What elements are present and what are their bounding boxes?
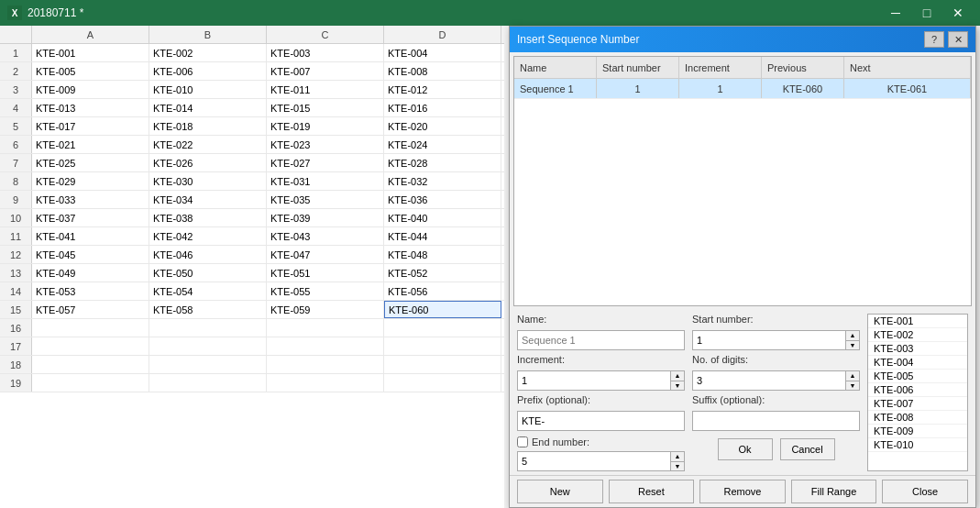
cell[interactable]: KTE-010 xyxy=(149,81,267,98)
table-row[interactable]: 10KTE-037KTE-038KTE-039KTE-040 xyxy=(0,209,504,227)
list-item[interactable]: KTE-003 xyxy=(868,342,967,356)
cell[interactable]: KTE-025 xyxy=(32,154,149,171)
cell[interactable]: KTE-026 xyxy=(149,154,267,171)
cell[interactable]: KTE-024 xyxy=(384,136,501,153)
cell[interactable]: KTE-042 xyxy=(149,227,267,245)
cancel-button[interactable]: Cancel xyxy=(780,438,835,460)
table-row[interactable]: 17 xyxy=(0,337,504,356)
table-row[interactable]: 15KTE-057KTE-058KTE-059KTE-060 xyxy=(0,301,504,319)
cell[interactable] xyxy=(384,356,501,373)
end-number-up-button[interactable]: ▲ xyxy=(671,452,684,462)
cell[interactable]: KTE-049 xyxy=(32,264,149,282)
cell[interactable]: KTE-022 xyxy=(149,136,267,153)
cell[interactable]: KTE-029 xyxy=(32,172,149,190)
cell[interactable] xyxy=(267,337,384,355)
cell[interactable]: KTE-003 xyxy=(267,44,384,61)
cell[interactable]: KTE-028 xyxy=(384,154,501,171)
list-item[interactable]: KTE-005 xyxy=(868,370,967,383)
cell[interactable]: KTE-035 xyxy=(267,191,384,208)
cell[interactable]: KTE-044 xyxy=(384,227,501,245)
cell[interactable]: KTE-037 xyxy=(32,209,149,226)
digits-up-button[interactable]: ▲ xyxy=(846,371,859,381)
cell[interactable]: KTE-060 xyxy=(384,301,501,318)
table-row[interactable]: 14KTE-053KTE-054KTE-055KTE-056 xyxy=(0,282,504,301)
table-row[interactable]: 7KTE-025KTE-026KTE-027KTE-028 xyxy=(0,154,504,172)
list-item[interactable]: KTE-007 xyxy=(868,397,967,411)
table-row[interactable]: 13KTE-049KTE-050KTE-051KTE-052 xyxy=(0,264,504,282)
cell[interactable]: KTE-051 xyxy=(267,264,384,282)
maximize-button[interactable]: □ xyxy=(912,4,941,22)
dialog-close-button[interactable]: ✕ xyxy=(948,31,968,48)
ok-button[interactable]: Ok xyxy=(718,438,773,460)
list-item[interactable]: KTE-006 xyxy=(868,383,967,397)
cell[interactable] xyxy=(267,319,384,337)
name-input[interactable] xyxy=(517,330,685,350)
cell[interactable]: KTE-020 xyxy=(384,117,501,135)
list-item[interactable]: KTE-008 xyxy=(868,411,967,425)
cell[interactable]: KTE-041 xyxy=(32,227,149,245)
table-row[interactable]: 16 xyxy=(0,319,504,337)
cell[interactable]: KTE-018 xyxy=(149,117,267,135)
table-row[interactable]: 1KTE-001KTE-002KTE-003KTE-004 xyxy=(0,44,504,62)
cell[interactable]: KTE-040 xyxy=(384,209,501,226)
start-down-button[interactable]: ▼ xyxy=(846,341,859,350)
cell[interactable]: KTE-045 xyxy=(32,246,149,263)
cell[interactable] xyxy=(32,319,149,337)
list-item[interactable]: KTE-001 xyxy=(868,315,967,328)
table-row[interactable]: 2KTE-005KTE-006KTE-007KTE-008 xyxy=(0,62,504,81)
prefix-input[interactable] xyxy=(517,411,685,431)
table-row[interactable]: 6KTE-021KTE-022KTE-023KTE-024 xyxy=(0,136,504,154)
cell[interactable]: KTE-039 xyxy=(267,209,384,226)
cell[interactable]: KTE-030 xyxy=(149,172,267,190)
suffix-input[interactable] xyxy=(692,411,860,431)
cell[interactable]: KTE-001 xyxy=(32,44,149,61)
cell[interactable]: KTE-013 xyxy=(32,99,149,116)
table-row[interactable]: 19 xyxy=(0,374,504,392)
table-row[interactable]: 8KTE-029KTE-030KTE-031KTE-032 xyxy=(0,172,504,191)
cell[interactable]: KTE-006 xyxy=(149,62,267,80)
cell[interactable]: KTE-016 xyxy=(384,99,501,116)
list-item[interactable]: KTE-010 xyxy=(868,438,967,452)
cell[interactable]: KTE-054 xyxy=(149,282,267,300)
dialog-help-button[interactable]: ? xyxy=(924,31,944,48)
cell[interactable]: KTE-031 xyxy=(267,172,384,190)
fill-range-button[interactable]: Fill Range xyxy=(791,480,877,503)
cell[interactable]: KTE-014 xyxy=(149,99,267,116)
end-number-checkbox[interactable] xyxy=(517,436,528,447)
close-dialog-button[interactable]: Close xyxy=(882,480,968,503)
cell[interactable]: KTE-056 xyxy=(384,282,501,300)
remove-button[interactable]: Remove xyxy=(699,480,786,503)
cell[interactable] xyxy=(32,374,149,392)
cell[interactable]: KTE-059 xyxy=(267,301,384,318)
cell[interactable]: KTE-053 xyxy=(32,282,149,300)
cell[interactable]: KTE-052 xyxy=(384,264,501,282)
cell[interactable]: KTE-005 xyxy=(32,62,149,80)
cell[interactable]: KTE-038 xyxy=(149,209,267,226)
cell[interactable]: KTE-036 xyxy=(384,191,501,208)
cell[interactable]: KTE-034 xyxy=(149,191,267,208)
increment-input[interactable] xyxy=(517,370,670,391)
cell[interactable]: KTE-050 xyxy=(149,264,267,282)
cell[interactable]: KTE-033 xyxy=(32,191,149,208)
cell[interactable] xyxy=(149,337,267,355)
sequence-row[interactable]: Sequence 1 1 1 KTE-060 KTE-061 xyxy=(514,79,971,99)
table-row[interactable]: 18 xyxy=(0,356,504,374)
increment-up-button[interactable]: ▲ xyxy=(671,371,684,381)
cell[interactable]: KTE-032 xyxy=(384,172,501,190)
cell[interactable] xyxy=(149,356,267,373)
cell[interactable]: KTE-007 xyxy=(267,62,384,80)
start-up-button[interactable]: ▲ xyxy=(846,331,859,341)
new-button[interactable]: New xyxy=(517,480,603,503)
cell[interactable]: KTE-043 xyxy=(267,227,384,245)
reset-button[interactable]: Reset xyxy=(609,480,695,503)
increment-down-button[interactable]: ▼ xyxy=(671,381,684,391)
table-row[interactable]: 4KTE-013KTE-014KTE-015KTE-016 xyxy=(0,99,504,117)
cell[interactable] xyxy=(384,319,501,337)
table-row[interactable]: 11KTE-041KTE-042KTE-043KTE-044 xyxy=(0,227,504,246)
list-item[interactable]: KTE-004 xyxy=(868,356,967,370)
cell[interactable]: KTE-021 xyxy=(32,136,149,153)
cell[interactable]: KTE-008 xyxy=(384,62,501,80)
cell[interactable] xyxy=(267,356,384,373)
end-number-input[interactable] xyxy=(517,451,670,471)
cell[interactable]: KTE-017 xyxy=(32,117,149,135)
